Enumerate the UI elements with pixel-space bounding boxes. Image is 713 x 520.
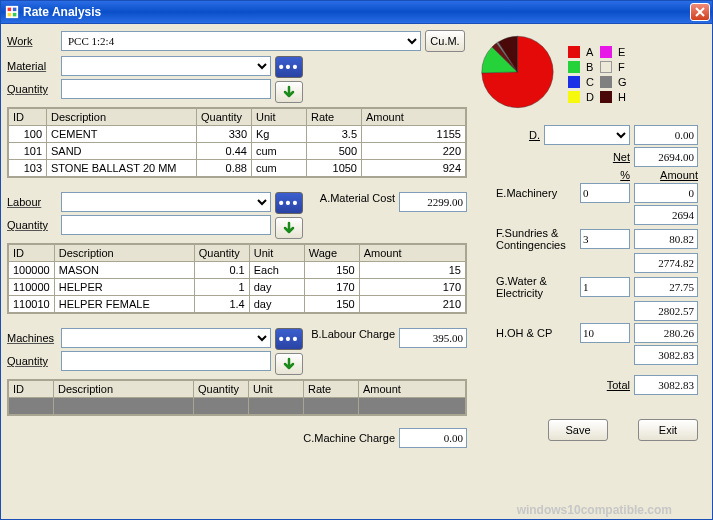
subtotal-2[interactable] (634, 253, 698, 273)
h-value[interactable] (634, 323, 698, 343)
e-input[interactable] (580, 183, 630, 203)
total-value[interactable] (634, 375, 698, 395)
legend-swatch-a (568, 46, 580, 58)
subtotal-4[interactable] (634, 345, 698, 365)
h-label: H.OH & CP (496, 327, 576, 339)
legend-swatch-f (600, 61, 612, 73)
legend-swatch-d (568, 91, 580, 103)
labour-qty-input[interactable] (61, 215, 271, 235)
svg-rect-2 (13, 8, 17, 12)
col-unit: Unit (252, 109, 307, 126)
e-label: E.Machinery (496, 187, 576, 199)
total-label: Total (607, 379, 630, 391)
table-row: 103STONE BALLAST 20 MM0.88cum1050924 (9, 160, 466, 177)
pie-chart (475, 32, 560, 117)
labour-charge-value[interactable] (399, 328, 467, 348)
work-select[interactable]: PCC 1:2:4 (61, 31, 421, 51)
table-row (9, 398, 466, 415)
labour-browse-button[interactable]: ••• (275, 192, 303, 214)
labour-add-button[interactable] (275, 217, 303, 239)
d-label: D. (529, 129, 540, 141)
app-icon (5, 5, 19, 19)
labour-label: Labour (7, 196, 57, 208)
svg-rect-1 (8, 8, 12, 12)
window-title: Rate Analysis (23, 5, 690, 19)
legend-swatch-e (600, 46, 612, 58)
machine-charge-label: C.Machine Charge (303, 432, 395, 444)
pct-label: % (620, 169, 630, 181)
material-grid[interactable]: ID Description Quantity Unit Rate Amount… (7, 107, 467, 178)
machines-label: Machines (7, 332, 57, 344)
f-value[interactable] (634, 229, 698, 249)
ellipsis-icon: ••• (279, 336, 300, 342)
g-label: G.Water & Electricity (496, 275, 576, 299)
machine-charge-value[interactable] (399, 428, 467, 448)
arrow-down-icon (281, 356, 297, 372)
material-qty-label: Quantity (7, 83, 57, 95)
labour-qty-label: Quantity (7, 219, 57, 231)
close-button[interactable] (690, 3, 710, 21)
arrow-down-icon (281, 84, 297, 100)
work-label: Work (7, 35, 57, 47)
ellipsis-icon: ••• (279, 64, 300, 70)
net-label: Net (613, 151, 630, 163)
material-qty-input[interactable] (61, 79, 271, 99)
legend-swatch-b (568, 61, 580, 73)
legend-swatch-g (600, 76, 612, 88)
machines-qty-label: Quantity (7, 355, 57, 367)
exit-button[interactable]: Exit (638, 419, 698, 441)
g-value[interactable] (634, 277, 698, 297)
title-bar: Rate Analysis (0, 0, 713, 24)
machines-browse-button[interactable]: ••• (275, 328, 303, 350)
table-row: 100000MASON0.1Each15015 (9, 262, 466, 279)
amount-label: Amount (648, 169, 698, 181)
save-button[interactable]: Save (548, 419, 608, 441)
legend-swatch-h (600, 91, 612, 103)
material-cost-label: A.Material Cost (320, 192, 395, 204)
material-browse-button[interactable]: ••• (275, 56, 303, 78)
work-unit-button[interactable]: Cu.M. (425, 30, 465, 52)
table-row: 110010HELPER FEMALE1.4day150210 (9, 296, 466, 313)
machines-select[interactable] (61, 328, 271, 348)
arrow-down-icon (281, 220, 297, 236)
d-select[interactable] (544, 125, 630, 145)
col-desc: Description (47, 109, 197, 126)
e-value[interactable] (634, 183, 698, 203)
legend: A E B F C G D H (568, 46, 627, 103)
window-body: Work PCC 1:2:4 Cu.M. Material Quantity •… (0, 24, 713, 520)
svg-rect-3 (8, 13, 12, 17)
f-label: F.Sundries & Contingencies (496, 227, 576, 251)
h-input[interactable] (580, 323, 630, 343)
col-amount: Amount (362, 109, 466, 126)
svg-rect-4 (13, 13, 17, 17)
d-value[interactable] (634, 125, 698, 145)
net-value[interactable] (634, 147, 698, 167)
machines-add-button[interactable] (275, 353, 303, 375)
col-rate: Rate (307, 109, 362, 126)
table-row: 101SAND0.44cum500220 (9, 143, 466, 160)
machines-qty-input[interactable] (61, 351, 271, 371)
ellipsis-icon: ••• (279, 200, 300, 206)
f-input[interactable] (580, 229, 630, 249)
subtotal-3[interactable] (634, 301, 698, 321)
col-qty: Quantity (197, 109, 252, 126)
col-id: ID (9, 109, 47, 126)
labour-charge-label: B.Labour Charge (311, 328, 395, 340)
g-input[interactable] (580, 277, 630, 297)
table-row: 110000HELPER1day170170 (9, 279, 466, 296)
labour-select[interactable] (61, 192, 271, 212)
legend-swatch-c (568, 76, 580, 88)
material-select[interactable] (61, 56, 271, 76)
material-cost-value[interactable] (399, 192, 467, 212)
machines-grid[interactable]: ID Description Quantity Unit Rate Amount (7, 379, 467, 416)
material-add-button[interactable] (275, 81, 303, 103)
table-row: 100CEMENT330Kg3.51155 (9, 126, 466, 143)
labour-grid[interactable]: ID Description Quantity Unit Wage Amount… (7, 243, 467, 314)
material-label: Material (7, 60, 57, 72)
subtotal-1[interactable] (634, 205, 698, 225)
